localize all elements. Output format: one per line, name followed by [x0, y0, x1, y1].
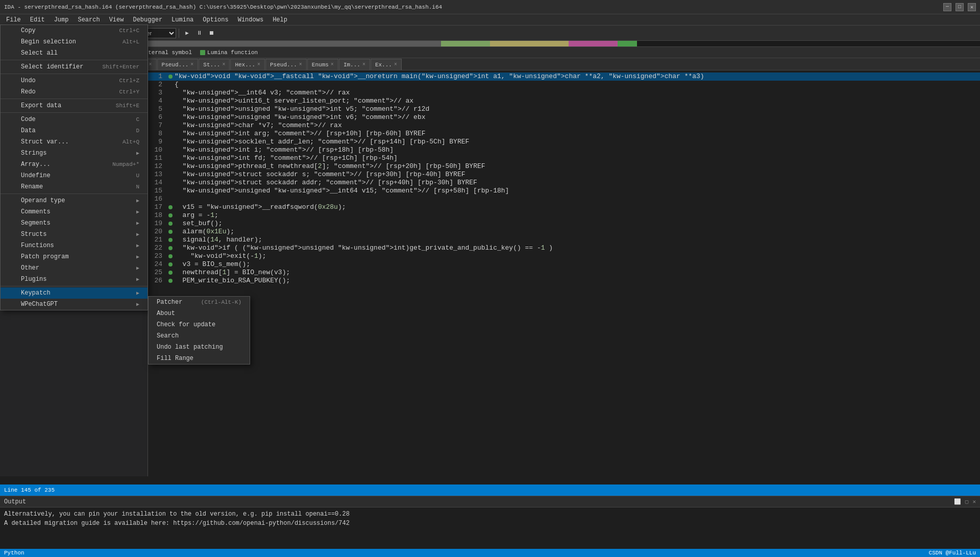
menu-item-help[interactable]: Help — [268, 15, 291, 25]
ctx-item-left: Comments — [9, 208, 51, 215]
line-number: 5 — [150, 105, 168, 113]
line-number: 14 — [150, 179, 168, 187]
tab-label: Ex... — [375, 62, 392, 68]
menu-item-file[interactable]: File — [2, 15, 25, 25]
ctx-item-strings[interactable]: Strings▶ — [1, 148, 148, 159]
line-dot — [168, 238, 173, 242]
ctx-shortcut: Alt+L — [122, 39, 139, 45]
tab-close-btn[interactable]: × — [394, 62, 397, 67]
line-number: 24 — [150, 260, 168, 269]
tab-close-btn[interactable]: × — [299, 62, 302, 67]
submenu-item-label: Search — [157, 332, 179, 340]
submenu-item-label: Fill Range — [157, 355, 193, 362]
line-content: "kw-unsigned">uint16_t server_listen_por… — [175, 97, 978, 105]
tool-btn-8[interactable]: ▶ — [182, 28, 193, 39]
ctx-item-keypatch[interactable]: Keypatch▶ — [1, 287, 148, 299]
ctx-item-export-data[interactable]: Export dataShift+E — [1, 100, 148, 111]
ctx-item-select-all[interactable]: Select all — [1, 47, 148, 59]
tab-close-btn[interactable]: × — [149, 62, 152, 67]
ctx-item-data[interactable]: DataD — [1, 125, 148, 136]
ctx-submenu-arrow: ▶ — [136, 276, 139, 282]
menu-item-debugger[interactable]: Debugger — [129, 15, 166, 25]
ctx-item-label: WPeChatGPT — [21, 301, 58, 308]
tab-close-btn[interactable]: × — [257, 62, 260, 67]
tab-6[interactable]: Hex...× — [230, 59, 265, 70]
ctx-item-right: N — [136, 184, 139, 190]
ctx-shortcut: Ctrl+C — [119, 28, 139, 34]
maximize-button[interactable]: □ — [955, 3, 964, 11]
tab-8[interactable]: Enums× — [307, 59, 338, 70]
line-content: "kw-unsigned">unsigned "kw-unsigned">int… — [175, 113, 978, 122]
ctx-item-left: WPeChatGPT — [9, 301, 58, 308]
ctx-item-structs[interactable]: Structs▶ — [1, 229, 148, 240]
line-number: 10 — [150, 146, 168, 154]
output-close-btn[interactable]: ✕ — [972, 498, 976, 505]
ctx-separator — [1, 286, 148, 286]
menu-item-windows[interactable]: Windows — [234, 15, 267, 25]
ctx-item-wpechatgpt[interactable]: WPeChatGPT▶ — [1, 299, 148, 310]
code-line: 22 "kw-void">if ( ("kw-unsigned">unsigne… — [148, 244, 980, 252]
tab-close-btn[interactable]: × — [190, 62, 193, 67]
tab-7[interactable]: Pseud...× — [265, 59, 307, 70]
ctx-separator — [1, 193, 148, 194]
legend-label: Lumina function — [207, 50, 258, 56]
line-dot — [168, 254, 173, 258]
tool-btn-9[interactable]: ⏸ — [194, 28, 205, 39]
ctx-item-right: ▶ — [136, 290, 139, 296]
line-content: arg = -1; — [175, 211, 978, 220]
code-line: 6 "kw-unsigned">unsigned "kw-unsigned">i… — [148, 113, 980, 122]
ctx-item-select-identifier[interactable]: Select identifierShift+Enter — [1, 61, 148, 72]
tab-9[interactable]: Im...× — [339, 59, 370, 70]
ctx-item-code[interactable]: CodeC — [1, 114, 148, 125]
ctx-item-struct-var...[interactable]: Struct var...Alt+Q — [1, 136, 148, 148]
ctx-item-segments[interactable]: Segments▶ — [1, 217, 148, 229]
tab-4[interactable]: Pseud...× — [157, 59, 199, 70]
tab-close-btn[interactable]: × — [362, 62, 365, 67]
submenu-item-about[interactable]: About — [149, 308, 250, 319]
output-maximize-btn[interactable]: ▢ — [965, 498, 969, 505]
line-number: 18 — [150, 211, 168, 220]
tool-btn-10[interactable]: ⏹ — [206, 28, 217, 39]
ctx-item-operand-type[interactable]: Operand type▶ — [1, 195, 148, 206]
ctx-item-array...[interactable]: Array...Numpad+* — [1, 159, 148, 170]
ctx-item-undo[interactable]: UndoCtrl+Z — [1, 75, 148, 86]
submenu-item-patcher[interactable]: Patcher(Ctrl-Alt-K) — [149, 297, 250, 308]
submenu-item-label: Patcher — [157, 299, 182, 306]
submenu-item-search[interactable]: Search — [149, 330, 250, 342]
ctx-item-other[interactable]: Other▶ — [1, 262, 148, 274]
submenu-item-check-for-update[interactable]: Check for update — [149, 319, 250, 330]
ctx-item-redo[interactable]: RedoCtrl+Y — [1, 86, 148, 98]
close-button[interactable]: ✕ — [968, 3, 976, 11]
menu-item-options[interactable]: Options — [199, 15, 232, 25]
tab-10[interactable]: Ex...× — [371, 59, 402, 70]
minimize-button[interactable]: ─ — [943, 3, 951, 11]
line-content: "kw-unsigned">socklen_t addr_len; "comme… — [175, 138, 978, 146]
tab-close-btn[interactable]: × — [331, 62, 334, 67]
menu-item-edit[interactable]: Edit — [26, 15, 49, 25]
ctx-item-patch-program[interactable]: Patch program▶ — [1, 251, 148, 262]
ctx-item-plugins[interactable]: Plugins▶ — [1, 274, 148, 285]
line-number: 21 — [150, 236, 168, 244]
status-text: Line 145 of 235 — [4, 487, 55, 493]
ctx-item-undefine[interactable]: UndefineU — [1, 170, 148, 181]
code-line: 3 "kw-unsigned">__int64 v3; "comment">//… — [148, 89, 980, 97]
ctx-item-rename[interactable]: RenameN — [1, 181, 148, 192]
output-restore-btn[interactable]: ⬜ — [954, 498, 961, 505]
ctx-item-copy[interactable]: CopyCtrl+C — [1, 25, 148, 36]
ctx-item-comments[interactable]: Comments▶ — [1, 206, 148, 217]
line-number: 8 — [150, 130, 168, 138]
ctx-item-functions[interactable]: Functions▶ — [1, 240, 148, 251]
submenu-item-undo-last-patching[interactable]: Undo last patching — [149, 342, 250, 353]
menu-item-lumina[interactable]: Lumina — [167, 15, 198, 25]
menu-item-search[interactable]: Search — [74, 15, 104, 25]
menu-item-view[interactable]: View — [105, 15, 128, 25]
tab-5[interactable]: St...× — [199, 59, 230, 70]
ctx-item-label: Plugins — [21, 276, 46, 283]
menu-item-jump[interactable]: Jump — [50, 15, 73, 25]
ctx-item-label: Operand type — [21, 197, 65, 204]
line-content: signal(14, handler); — [175, 236, 978, 244]
tab-close-btn[interactable]: × — [222, 62, 225, 67]
code-area[interactable]: 1"kw-void">void "kw-void">__fastcall "kw… — [148, 70, 980, 476]
ctx-item-begin-selection[interactable]: Begin selectionAlt+L — [1, 36, 148, 47]
submenu-item-fill-range[interactable]: Fill Range — [149, 353, 250, 364]
